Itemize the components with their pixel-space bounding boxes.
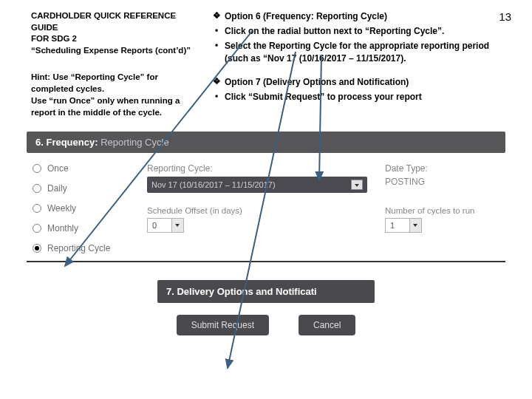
bullet-0: ❖ Option 6 (Frequency: Reporting Cycle) [208,10,495,22]
chevron-down-icon [409,219,421,232]
reporting-cycle-label: Reporting Cycle: [147,163,367,174]
radio-group: Once Daily Weekly Monthly Reporting Cycl… [33,163,147,253]
section7-header: 7. Delivery Options and Notificati [157,280,375,303]
hint-text: Hint: Use “Reporting Cycle” for complete… [31,71,195,118]
right-column: ❖ Option 6 (Frequency: Reporting Cycle) … [208,10,517,118]
chevron-down-icon [351,180,363,190]
bullet-2: • Select the Reporting Cycle for the app… [208,40,495,64]
chevron-down-icon [171,219,183,232]
guide-title-1: CARDHOLDER QUICK REFERENCE GUIDE [31,10,195,33]
radio-icon [33,244,41,253]
bullet-1: • Click on the radial button next to “Re… [208,25,495,37]
radio-icon [33,184,41,193]
submit-request-button[interactable]: Submit Request [177,315,269,335]
frequency-grid: Once Daily Weekly Monthly Reporting Cycl… [27,153,505,259]
section6-prefix: 6. Frequency: [35,137,100,148]
cancel-button[interactable]: Cancel [299,315,355,335]
offset-value: 0 [148,221,171,230]
radio-weekly[interactable]: Weekly [33,203,147,214]
left-column: CARDHOLDER QUICK REFERENCE GUIDE FOR SDG… [31,10,208,118]
bullet-marker: ❖ [208,10,225,22]
radio-reporting-cycle[interactable]: Reporting Cycle [33,243,147,253]
top-text-block: CARDHOLDER QUICK REFERENCE GUIDE FOR SDG… [0,0,532,118]
offset-label: Schedule Offset (in days) [147,206,367,215]
radio-once[interactable]: Once [33,163,147,174]
radio-icon [33,164,41,173]
divider [27,261,505,262]
bullet-marker: • [208,40,225,64]
date-type-label: Date Type: [385,163,499,174]
radio-label: Monthly [47,223,78,233]
bullet-marker: ❖ [208,76,225,88]
button-row: Submit Request Cancel [0,315,532,335]
cycles-label: Number of cycles to run [385,206,499,215]
radio-icon [33,224,41,233]
mid-column: Reporting Cycle: Nov 17 (10/16/2017 – 11… [147,163,385,253]
bullet-marker: • [208,25,225,37]
section7-title: 7. Delivery Options and Notificati [166,286,317,297]
bullet-marker: • [208,91,225,103]
cycles-select[interactable]: 1 [385,218,422,233]
right-subcolumn: Date Type: POSTING Number of cycles to r… [385,163,499,253]
radio-daily[interactable]: Daily [33,183,147,194]
bullet-text: Click “Submit Request” to process your r… [225,91,422,103]
section6-rest: Reporting Cycle [100,137,169,148]
radio-label: Once [47,163,69,174]
bullet-5: • Click “Submit Request” to process your… [208,91,495,103]
radio-label: Reporting Cycle [47,243,110,253]
reporting-cycle-value: Nov 17 (10/16/2017 – 11/15/2017) [151,180,276,189]
bullet-text: Select the Reporting Cycle for the appro… [225,40,495,64]
page-number: 13 [499,10,511,23]
date-type-value: POSTING [385,177,499,187]
radio-icon [33,204,41,213]
cycles-value: 1 [386,221,409,230]
bullet-text: Click on the radial button next to “Repo… [225,25,444,37]
guide-title-3: “Scheduling Expense Reports (cont’d)” [31,45,195,57]
bullet-text: Option 6 (Frequency: Reporting Cycle) [225,10,387,22]
bullet-text: Option 7 (Delivery Options and Notificat… [225,76,409,88]
frequency-panel: 6. Frequency: Reporting Cycle Once Daily… [27,132,505,259]
radio-label: Daily [47,183,67,194]
offset-select[interactable]: 0 [147,218,184,233]
reporting-cycle-select[interactable]: Nov 17 (10/16/2017 – 11/15/2017) [147,177,367,193]
section6-header: 6. Frequency: Reporting Cycle [27,132,505,153]
guide-title-2: FOR SDG 2 [31,33,195,45]
bullet-4: ❖ Option 7 (Delivery Options and Notific… [208,76,495,88]
radio-label: Weekly [47,203,76,214]
radio-monthly[interactable]: Monthly [33,223,147,233]
